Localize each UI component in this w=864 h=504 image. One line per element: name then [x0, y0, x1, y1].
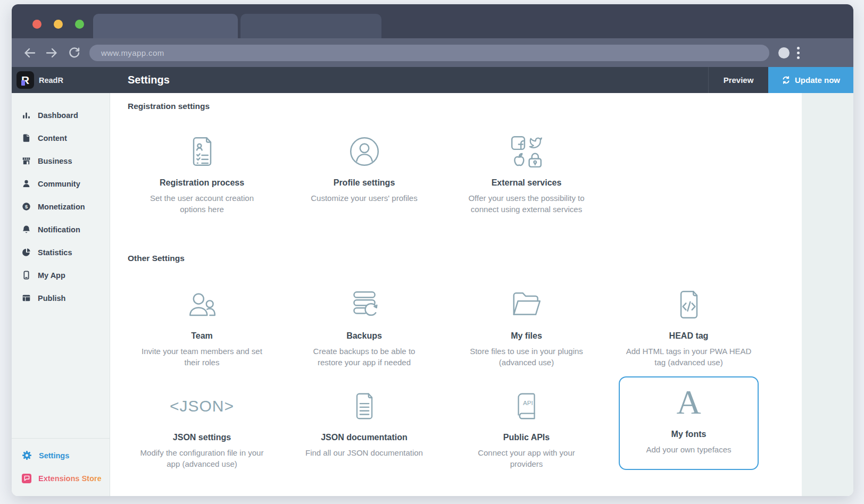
card-json-documentation[interactable]: JSON documentation Find all our JSON doc… [283, 384, 445, 470]
sidebar: Dashboard Content Business Community $ M… [12, 93, 110, 496]
sidebar-item-publish[interactable]: Publish [12, 287, 110, 309]
sidebar-item-statistics[interactable]: Statistics [12, 241, 110, 264]
document-icon [22, 133, 31, 142]
registration-cards: Registration process Set the user accoun… [121, 129, 787, 215]
browser-window: www.myapp.com R ReadR Settings Preview U… [12, 4, 853, 496]
card-description: Find all our JSON documentation [300, 447, 429, 458]
card-description: Create backups to be able to restore you… [300, 346, 429, 368]
lines-doc-icon [348, 390, 381, 423]
card-title: Registration process [136, 178, 268, 188]
card-title: Public APIs [460, 433, 593, 442]
sidebar-item-my-app[interactable]: My App [12, 264, 110, 287]
card-title: Team [136, 331, 268, 341]
page-title: Settings [128, 67, 170, 93]
card-title: Backups [298, 331, 430, 341]
other-settings-cards-row1: Team Invite your team members and set th… [121, 282, 787, 368]
card-public-apis[interactable]: API Public APIs Connect your app with yo… [445, 384, 608, 470]
svg-text:API: API [523, 399, 533, 406]
card-description: Modify the configuration file in your ap… [138, 447, 267, 470]
close-window-button[interactable] [32, 20, 41, 29]
card-description: Add your own typefaces [625, 444, 753, 455]
pie-chart-icon [22, 248, 31, 257]
sidebar-item-dashboard[interactable]: Dashboard [12, 104, 110, 127]
readr-logo: R [16, 71, 34, 89]
card-registration-process[interactable]: Registration process Set the user accoun… [121, 129, 283, 215]
browser-profile-avatar[interactable] [778, 47, 790, 58]
bar-chart-icon [22, 111, 31, 120]
browser-window-icon [22, 293, 31, 303]
backups-icon [347, 287, 382, 322]
card-my-fonts-selected[interactable]: A My fonts Add your own typefaces [619, 376, 759, 470]
json-text-icon: <JSON> [170, 397, 234, 415]
settings-content: Registration settings [110, 93, 802, 496]
right-gutter [802, 93, 853, 496]
social-services-icon [509, 134, 544, 169]
reload-button[interactable] [66, 45, 82, 61]
card-external-services[interactable]: External services Offer your users the p… [445, 129, 608, 215]
url-text: www.myapp.com [101, 48, 164, 57]
bell-icon [22, 225, 31, 234]
svg-text:$: $ [25, 204, 28, 209]
card-team[interactable]: Team Invite your team members and set th… [121, 282, 283, 368]
section-heading-registration: Registration settings [128, 102, 787, 111]
card-description: Set the user account creation options he… [138, 192, 267, 215]
update-now-button[interactable]: Update now [768, 67, 853, 93]
card-backups[interactable]: Backups Create backups to be able to res… [283, 282, 445, 368]
card-description: Store files to use in your plugins (adva… [462, 346, 591, 368]
browser-tab-active[interactable] [93, 14, 238, 38]
card-json-settings[interactable]: <JSON> JSON settings Modify the configur… [121, 384, 283, 470]
sidebar-item-extensions-store[interactable]: Extensions Store [12, 467, 110, 490]
card-title: My files [460, 331, 593, 341]
other-settings-cards-row2: <JSON> JSON settings Modify the configur… [121, 384, 787, 470]
card-title: My fonts [624, 430, 753, 439]
sidebar-item-settings[interactable]: Settings [12, 444, 110, 467]
sidebar-footer: Settings Extensions Store [12, 438, 110, 496]
browser-menu-button[interactable] [797, 47, 800, 59]
address-bar[interactable]: www.myapp.com [89, 45, 769, 61]
forward-arrow-icon [46, 47, 58, 59]
section-heading-other: Other Settings [128, 254, 787, 263]
sidebar-item-community[interactable]: Community [12, 172, 110, 195]
browser-toolbar: www.myapp.com [12, 38, 853, 67]
smartphone-icon [22, 271, 31, 280]
back-button[interactable] [21, 45, 37, 61]
registration-doc-icon [185, 134, 220, 169]
team-icon [185, 287, 220, 322]
font-a-icon: A [676, 385, 701, 419]
sidebar-item-notification[interactable]: Notification [12, 218, 110, 241]
refresh-icon [782, 75, 791, 85]
sidebar-item-monetization[interactable]: $ Monetization [12, 195, 110, 218]
browser-titlebar [12, 4, 853, 38]
card-title: JSON settings [136, 433, 268, 442]
card-description: Invite your team members and set their r… [138, 346, 267, 368]
maximize-window-button[interactable] [75, 20, 84, 29]
card-description: Add HTML tags in your PWA HEAD tag (adva… [625, 346, 753, 368]
app-logo-block[interactable]: R ReadR [12, 67, 110, 93]
minimize-window-button[interactable] [54, 20, 63, 29]
extensions-icon [22, 474, 31, 483]
app-name: ReadR [39, 76, 63, 85]
card-title: JSON documentation [298, 433, 430, 442]
card-description: Offer your users the possibility to conn… [462, 192, 591, 215]
folder-icon [509, 287, 544, 322]
app-header: R ReadR Settings Preview Update now [12, 67, 853, 93]
back-arrow-icon [23, 47, 36, 59]
card-profile-settings[interactable]: Profile settings Customize your users' p… [283, 129, 445, 215]
dollar-icon: $ [22, 202, 31, 211]
browser-tab-background[interactable] [240, 14, 381, 38]
card-title: HEAD tag [622, 331, 755, 341]
card-my-files[interactable]: My files Store files to use in your plug… [445, 282, 608, 368]
sidebar-item-content[interactable]: Content [12, 127, 110, 149]
preview-button[interactable]: Preview [708, 67, 768, 93]
card-title: Profile settings [298, 178, 430, 188]
code-doc-icon [671, 287, 707, 322]
card-description: Customize your users' profiles [300, 192, 429, 204]
api-book-icon: API [510, 390, 543, 423]
person-icon [22, 179, 31, 188]
gear-icon [22, 450, 32, 460]
card-title: External services [460, 178, 593, 188]
reload-icon [68, 47, 80, 59]
sidebar-item-business[interactable]: Business [12, 149, 110, 172]
card-head-tag[interactable]: HEAD tag Add HTML tags in your PWA HEAD … [608, 282, 770, 368]
forward-button[interactable] [44, 45, 60, 61]
